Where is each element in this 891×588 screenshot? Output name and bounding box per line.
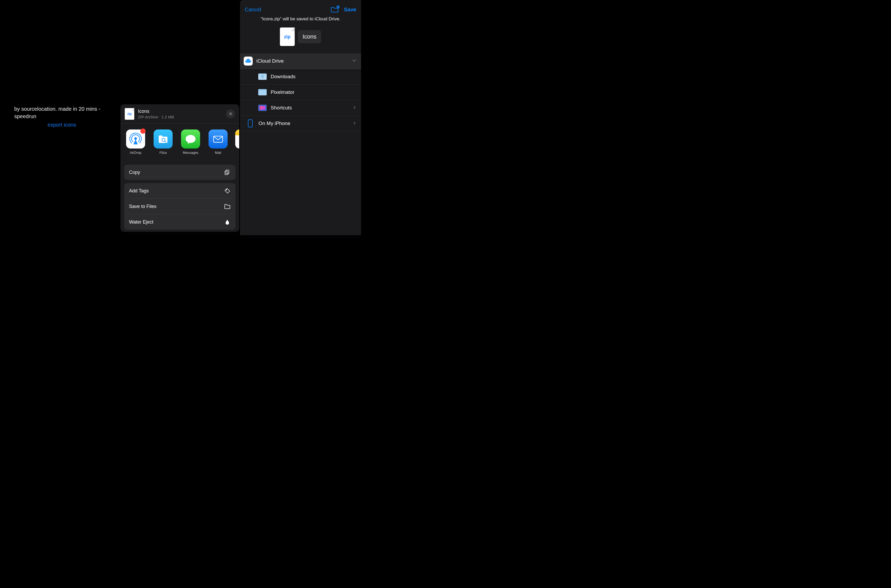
location-label: Pixelmator <box>271 89 294 95</box>
credit-block: by sourcelocation. made in 20 mins - spe… <box>14 105 110 128</box>
share-app-messages[interactable]: Messages <box>180 129 201 154</box>
action-save-to-files[interactable]: Save to Files <box>124 198 236 214</box>
save-panel-header: Cancel Save <box>240 0 361 16</box>
location-pixelmator[interactable]: Pixelmator <box>240 85 361 100</box>
action-add-tags[interactable]: Add Tags <box>124 183 236 198</box>
new-folder-button[interactable] <box>331 6 339 13</box>
svg-rect-4 <box>226 170 229 174</box>
close-button[interactable]: ✕ <box>226 110 235 118</box>
action-water-eject[interactable]: Water Eject <box>124 214 236 230</box>
share-app-label: Mail <box>208 151 228 154</box>
share-app-label: AirDrop <box>125 151 146 154</box>
share-app-filza[interactable]: Filza <box>153 129 173 154</box>
share-actions-secondary: Add Tags Save to Files Water Eject <box>124 183 236 230</box>
action-label: Save to Files <box>129 204 156 209</box>
save-destination-text: “Icons.zip” will be saved to iCloud Driv… <box>240 16 361 22</box>
location-list: iCloud Drive Downloads Pixelmator <box>240 53 361 131</box>
share-app-label: Messages <box>180 151 201 154</box>
file-preview-row: zip Icons <box>240 27 361 46</box>
airdrop-icon <box>126 129 145 148</box>
filename-value: Icons <box>303 33 316 40</box>
filename-input[interactable]: Icons <box>298 30 321 44</box>
location-shortcuts[interactable]: Shortcuts <box>240 100 361 116</box>
export-icons-link[interactable]: export icons <box>14 121 110 128</box>
save-button[interactable]: Save <box>344 7 356 13</box>
location-label: On My iPhone <box>258 120 290 126</box>
share-sheet: zip Icons ZIP Archive · 1.2 MB ✕ <box>120 104 239 232</box>
share-file-name: Icons <box>138 109 222 114</box>
zip-file-icon: zip <box>125 108 134 120</box>
share-app-label: Filza <box>153 151 173 154</box>
action-copy[interactable]: Copy <box>124 165 236 180</box>
icloud-icon <box>244 57 253 66</box>
share-actions-primary: Copy <box>124 165 236 180</box>
mail-icon <box>208 129 228 148</box>
chevron-right-icon <box>352 105 356 111</box>
save-to-files-panel: Cancel Save “Icons.zip” will be saved to… <box>240 0 361 235</box>
folder-icon <box>258 104 267 112</box>
chevron-right-icon <box>352 120 356 126</box>
location-label: iCloud Drive <box>256 58 284 64</box>
filza-icon <box>154 129 172 148</box>
share-app-notes[interactable] <box>235 129 239 154</box>
share-file-meta: ZIP Archive · 1.2 MB <box>138 115 222 119</box>
copy-icon <box>224 169 231 176</box>
location-label: Downloads <box>271 74 296 80</box>
share-file-info: Icons ZIP Archive · 1.2 MB <box>138 109 222 119</box>
water-drop-icon <box>224 219 231 225</box>
iphone-icon <box>246 119 255 128</box>
svg-rect-5 <box>225 171 228 175</box>
folder-icon <box>224 203 231 210</box>
zip-file-icon: zip <box>280 27 295 46</box>
messages-icon <box>181 129 200 148</box>
close-icon: ✕ <box>229 111 232 117</box>
location-label: Shortcuts <box>271 105 292 111</box>
location-on-my-iphone[interactable]: On My iPhone <box>240 116 361 131</box>
share-app-mail[interactable]: Mail <box>208 129 228 154</box>
chevron-down-icon <box>352 58 356 64</box>
svg-point-6 <box>226 189 227 190</box>
credit-text: by sourcelocation. made in 20 mins - spe… <box>14 105 110 120</box>
notification-badge-icon <box>140 128 146 134</box>
tag-icon <box>224 188 231 194</box>
zip-file-icon-label: zip <box>284 34 291 40</box>
location-downloads[interactable]: Downloads <box>240 69 361 85</box>
action-label: Copy <box>129 170 140 175</box>
zip-file-icon-label: zip <box>128 112 132 116</box>
action-label: Add Tags <box>129 188 149 194</box>
action-label: Water Eject <box>129 219 153 225</box>
cancel-button[interactable]: Cancel <box>245 7 261 13</box>
folder-icon <box>258 72 267 81</box>
share-app-airdrop[interactable]: AirDrop <box>125 129 146 154</box>
folder-icon <box>258 88 267 97</box>
notes-icon <box>235 129 239 148</box>
share-app-row: AirDrop Filza <box>120 124 239 160</box>
share-header: zip Icons ZIP Archive · 1.2 MB ✕ <box>120 104 239 123</box>
location-icloud-drive[interactable]: iCloud Drive <box>240 53 361 69</box>
